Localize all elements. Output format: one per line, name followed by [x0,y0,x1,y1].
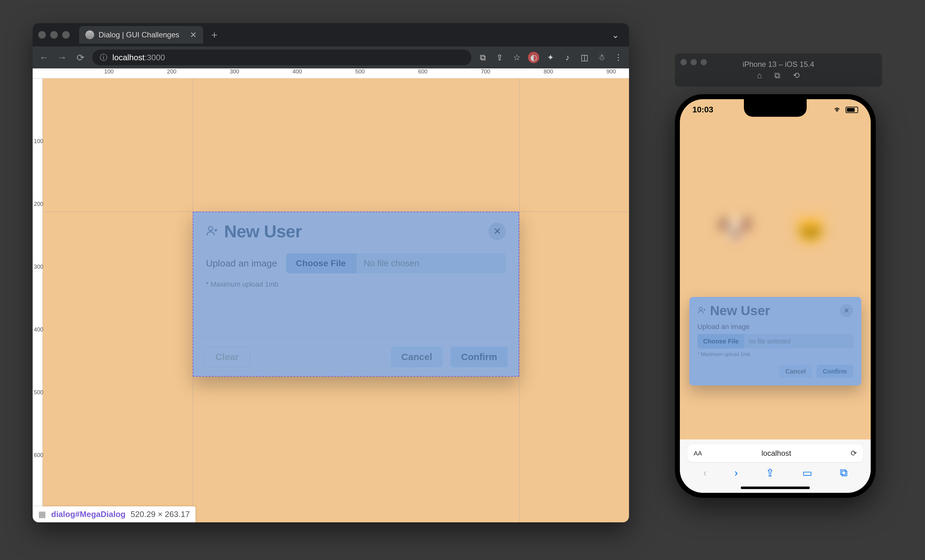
back-button[interactable]: ← [38,52,50,63]
user-plus-icon [698,306,706,316]
home-indicator[interactable] [741,486,810,489]
safari-host: localhost [702,449,851,458]
dialog-title: New User [224,221,301,241]
safari-back-icon[interactable]: ‹ [703,467,707,479]
guide-line [519,78,520,522]
page-canvas: New User ✕ Upload an image Choose File N… [43,78,629,522]
mobile-dialog-close[interactable]: ✕ [840,304,853,318]
simulator-title: iPhone 13 – iOS 15.4 [743,60,814,69]
panel-icon[interactable]: ◫ [579,52,590,63]
music-icon[interactable]: ♪ [562,52,573,63]
safari-share-icon[interactable]: ⇪ [765,467,774,479]
choose-file-button[interactable]: Choose File [286,253,356,273]
traffic-lights[interactable] [38,31,70,39]
wifi-icon: ᯤ [834,105,842,114]
browser-window: Dialog | GUI Challenges ✕ ＋ ⌄ ← → ⟳ ⓘ lo… [33,23,629,522]
svg-point-0 [208,226,212,230]
status-bar: 10:03 ᯤ [680,105,871,114]
address-bar[interactable]: ⓘ localhost:3000 [92,50,472,65]
extensions-icon[interactable]: ✦ [545,52,556,63]
upload-label: Upload an image [206,258,277,269]
menu-icon[interactable]: ⋮ [613,52,624,63]
screenshot-icon[interactable]: ⧉ [774,71,780,80]
safari-url-bar[interactable]: AA localhost ⟳ [687,444,863,462]
file-status: No file chosen [356,253,506,273]
upload-hint: * Maximum upload 1mb [206,280,506,289]
safari-forward-icon[interactable]: › [734,467,738,479]
safari-toolbar: AA localhost ⟳ ‹ › ⇪ ▭ ⧉ [680,440,871,493]
mobile-dialog: New User ✕ Upload an image Choose File n… [689,297,861,385]
browser-tab[interactable]: Dialog | GUI Challenges ✕ [79,26,203,44]
iphone-frame: 10:03 ᯤ 🐶 🐱 New User ✕ Upload an image C… [675,94,876,498]
home-icon[interactable]: ⌂ [757,71,762,80]
phone-content: 🐶 🐱 New User ✕ Upload an image Choose Fi… [680,118,871,455]
mobile-file-input[interactable]: Choose File no file selected [698,334,853,348]
tab-title: Dialog | GUI Challenges [99,30,179,39]
extension-icon[interactable]: ◐ [528,52,539,63]
safari-bookmarks-icon[interactable]: ▭ [802,467,812,479]
mobile-upload-label: Upload an image [698,323,853,331]
info-icon: ⓘ [100,53,107,62]
url-host: localhost [112,53,145,62]
ruler-vertical: 100 200 300 400 500 600 [33,78,43,522]
ruler-horizontal: 100 200 300 400 500 600 700 800 900 [33,68,629,78]
battery-icon [845,107,858,113]
status-time: 10:03 [692,105,713,114]
browser-toolbar: ← → ⟳ ⓘ localhost:3000 ⧉ ⇪ ☆ ◐ ✦ ♪ ◫ ☃ ⋮ [33,47,629,68]
chevron-down-icon[interactable]: ⌄ [612,30,619,40]
browser-titlebar: Dialog | GUI Challenges ✕ ＋ ⌄ [33,23,629,47]
star-icon[interactable]: ☆ [511,52,522,63]
share-icon[interactable]: ⇪ [494,52,505,63]
mobile-cancel-button[interactable]: Cancel [779,365,812,378]
favicon-icon [85,30,94,39]
new-tab-button[interactable]: ＋ [209,28,219,42]
open-external-icon[interactable]: ⧉ [477,52,488,63]
phone-screen: 10:03 ᯤ 🐶 🐱 New User ✕ Upload an image C… [680,99,871,493]
viewport: 100 200 300 400 500 600 700 800 900 100 … [33,68,629,522]
url-port: :3000 [145,53,165,62]
profile-icon[interactable]: ☃ [596,52,607,63]
grid-icon: ▦ [38,509,46,519]
devtools-dimensions: 520.29 × 263.17 [131,509,190,519]
user-plus-icon [206,224,218,238]
simulator-titlebar: iPhone 13 – iOS 15.4 ⌂ ⧉ ⟲ [675,53,882,87]
cancel-button[interactable]: Cancel [391,346,443,367]
dialog-close-button[interactable]: ✕ [488,223,506,240]
reload-button[interactable]: ⟳ [74,52,87,63]
devtools-selector: dialog#MegaDialog [51,509,125,519]
mobile-upload-hint: * Maximum upload 1mb [698,352,853,357]
file-input[interactable]: Choose File No file chosen [286,253,506,273]
text-size-icon[interactable]: AA [694,450,702,457]
svg-point-1 [699,307,702,310]
mobile-dialog-title: New User [710,303,770,318]
rotate-icon[interactable]: ⟲ [793,71,800,80]
mobile-choose-file[interactable]: Choose File [698,334,744,348]
forward-button[interactable]: → [56,52,68,63]
mobile-file-status: no file selected [744,334,853,348]
confirm-button[interactable]: Confirm [450,346,508,367]
safari-tabs-icon[interactable]: ⧉ [840,467,847,479]
devtools-element-chip: ▦ dialog#MegaDialog 520.29 × 263.17 [33,506,196,522]
sim-traffic-lights[interactable] [681,59,707,65]
mobile-confirm-button[interactable]: Confirm [817,365,853,378]
clear-button[interactable]: Clear [204,346,250,367]
close-tab-icon[interactable]: ✕ [190,30,197,40]
dialog-mega-dialog: New User ✕ Upload an image Choose File N… [193,212,519,377]
reload-icon[interactable]: ⟳ [851,449,857,458]
